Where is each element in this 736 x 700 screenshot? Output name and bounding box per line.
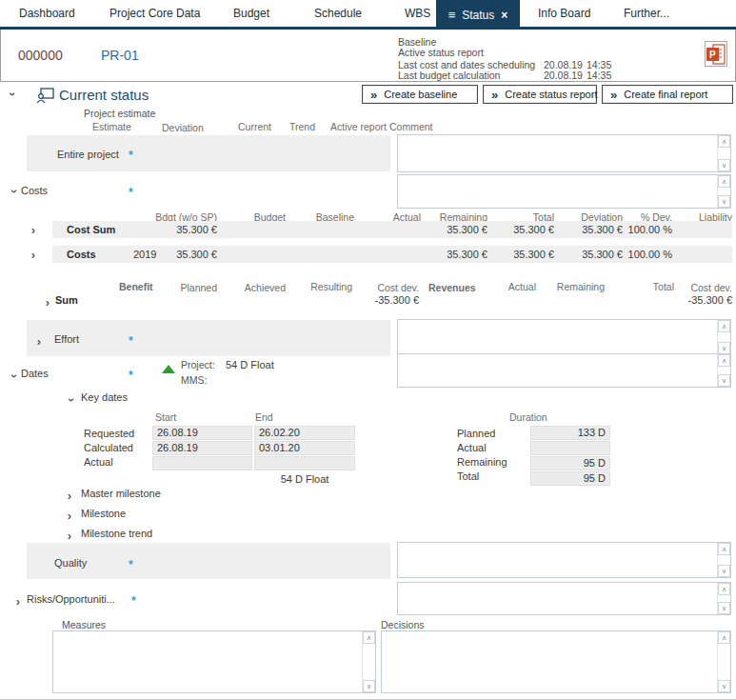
risks-comment-box[interactable]: ∧ ∨ xyxy=(397,582,731,615)
hamburger-icon[interactable]: ≡ xyxy=(448,9,456,21)
quality-comment-box[interactable]: ∧ ∨ xyxy=(397,542,731,578)
cost-sum-pct-dev: 100.00 % xyxy=(623,224,672,235)
measures-label: Measures xyxy=(62,619,106,630)
costs-comment-box[interactable]: ∧ ∨ xyxy=(397,174,731,209)
nav-item-further[interactable]: Further... xyxy=(624,0,669,27)
decisions-label: Decisions xyxy=(381,619,425,630)
scroll-up-icon[interactable]: ∧ xyxy=(718,175,730,188)
expand-effort-chevron[interactable]: › xyxy=(34,337,44,347)
milestone-trend-label: Milestone trend xyxy=(81,528,152,539)
powerpoint-export-button[interactable]: P xyxy=(705,41,727,67)
expand-cost-sum-chevron[interactable]: › xyxy=(29,226,38,235)
calculated-end-cell: 03.01.20 xyxy=(254,441,355,455)
actual-duration-label: Actual xyxy=(457,442,487,453)
deviation-header: Deviation xyxy=(162,122,204,133)
nav-item-budget[interactable]: Budget xyxy=(233,0,269,27)
scrollbar[interactable]: ∧ ∨ xyxy=(362,631,375,692)
sum-label: Sum xyxy=(55,294,78,306)
costs-marker-icon: * xyxy=(129,190,133,195)
create-final-report-button[interactable]: » Create final report xyxy=(602,85,733,104)
actual-start-cell xyxy=(152,456,252,470)
scrollbar[interactable]: ∧ ∨ xyxy=(717,543,730,577)
expand-risks-chevron[interactable]: › xyxy=(13,597,23,607)
scroll-down-icon[interactable]: ∨ xyxy=(718,602,730,614)
scroll-down-icon[interactable]: ∨ xyxy=(718,195,730,208)
tab-status-label: Status xyxy=(462,9,494,22)
scrollbar[interactable]: ∧ ∨ xyxy=(717,354,730,387)
page-title: Current status xyxy=(59,87,149,103)
dates-project-label: Project: xyxy=(181,359,215,370)
collapse-costs-chevron[interactable]: › xyxy=(10,187,19,196)
project-id: PR-01 xyxy=(101,48,139,63)
create-baseline-button[interactable]: » Create baseline xyxy=(362,85,478,104)
scroll-up-icon[interactable]: ∧ xyxy=(718,135,730,148)
costs-year-bdgt: 35.300 € xyxy=(148,249,217,260)
scroll-up-icon[interactable]: ∧ xyxy=(363,631,375,644)
scroll-up-icon[interactable]: ∧ xyxy=(718,320,730,332)
collapse-current-status-chevron[interactable]: › xyxy=(8,90,17,99)
entire-project-comment-box[interactable]: ∧ ∨ xyxy=(397,134,731,172)
expand-sum-chevron[interactable]: › xyxy=(43,298,52,308)
scroll-down-icon[interactable]: ∨ xyxy=(363,680,375,692)
costs-year-total: 35.300 € xyxy=(487,249,554,260)
scroll-up-icon[interactable]: ∧ xyxy=(718,354,730,367)
scroll-down-icon[interactable]: ∨ xyxy=(718,159,730,171)
requested-start-cell: 26.08.19 xyxy=(152,426,252,440)
total-duration-label: Total xyxy=(457,470,479,482)
resulting-header: Resulting xyxy=(286,281,352,292)
cost-sum-remaining: 35.300 € xyxy=(421,224,487,235)
cost-sum-name: Cost Sum xyxy=(67,224,115,235)
tab-status-active[interactable]: ≡ Status × xyxy=(436,0,520,30)
scrollbar[interactable]: ∧ ∨ xyxy=(717,135,730,171)
status-page: Dashboard Project Core Data Budget Sched… xyxy=(0,0,736,700)
scroll-up-icon[interactable]: ∧ xyxy=(718,583,730,595)
remaining-duration-label: Remaining xyxy=(457,456,507,468)
benefit-cost-dev-header: Cost dev. xyxy=(352,282,419,293)
scroll-up-icon[interactable]: ∧ xyxy=(718,631,730,644)
trend-up-icon xyxy=(162,365,175,373)
scroll-down-icon[interactable]: ∨ xyxy=(718,565,730,577)
dates-project-float-value: 54 D Float xyxy=(226,359,274,370)
create-final-report-label: Create final report xyxy=(624,89,707,100)
collapse-key-dates-chevron[interactable]: › xyxy=(67,395,76,405)
comment-header: Comment xyxy=(389,121,433,132)
measures-textarea[interactable]: ∧ ∨ xyxy=(52,630,376,693)
project-header-panel: 000000 PR-01 Baseline Active status repo… xyxy=(0,30,736,82)
powerpoint-icon: P xyxy=(706,44,726,65)
cost-sum-deviation: 35.300 € xyxy=(554,224,623,235)
revenues-cost-dev-header: Cost dev. xyxy=(666,282,732,293)
close-tab-icon[interactable]: × xyxy=(501,9,507,22)
scrollbar[interactable]: ∧ ∨ xyxy=(717,631,730,692)
effort-comment-box[interactable]: ∧ ∨ xyxy=(397,319,731,355)
effort-marker-icon: * xyxy=(129,338,133,344)
create-status-report-label: Create status report xyxy=(505,89,597,100)
scroll-down-icon[interactable]: ∨ xyxy=(718,680,730,692)
planned-duration-cell: 133 D xyxy=(530,426,610,440)
duration-header: Duration xyxy=(509,411,547,423)
expand-costs-year-chevron[interactable]: › xyxy=(29,250,38,260)
cost-sum-row: Cost Sum 35.300 € 35.300 € 35.300 € 35.3… xyxy=(52,221,732,238)
collapse-dates-chevron[interactable]: › xyxy=(10,371,19,381)
scrollbar[interactable]: ∧ ∨ xyxy=(717,175,730,208)
double-arrow-icon: » xyxy=(610,88,617,102)
expand-milestone-trend-chevron[interactable]: › xyxy=(65,531,74,541)
scrollbar[interactable]: ∧ ∨ xyxy=(717,583,730,614)
start-header: Start xyxy=(155,411,176,423)
costs-year-name: Costs xyxy=(67,249,96,260)
last-budget-label: Last budget calculation xyxy=(398,70,500,81)
create-status-report-button[interactable]: » Create status report xyxy=(483,85,597,104)
nav-item-dashboard[interactable]: Dashboard xyxy=(19,0,75,27)
dates-comment-box[interactable]: ∧ ∨ xyxy=(397,353,731,388)
scrollbar[interactable]: ∧ ∨ xyxy=(717,320,730,354)
actual-end-cell xyxy=(254,456,355,470)
nav-item-schedule[interactable]: Schedule xyxy=(314,0,362,27)
scroll-down-icon[interactable]: ∨ xyxy=(718,374,730,387)
expand-milestone-chevron[interactable]: › xyxy=(65,511,74,521)
expand-master-milestone-chevron[interactable]: › xyxy=(65,491,74,501)
scroll-up-icon[interactable]: ∧ xyxy=(718,543,730,555)
nav-item-wbs[interactable]: WBS xyxy=(405,0,430,27)
nav-item-info-board[interactable]: Info Board xyxy=(538,0,590,27)
nav-item-project-core-data[interactable]: Project Core Data xyxy=(109,0,200,27)
risks-marker-icon: * xyxy=(131,598,136,604)
decisions-textarea[interactable]: ∧ ∨ xyxy=(381,630,731,693)
